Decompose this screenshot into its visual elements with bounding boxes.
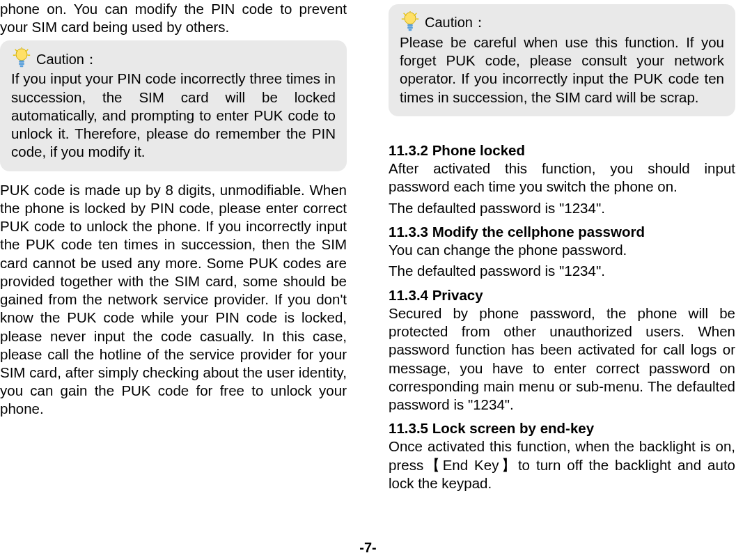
caution-text-left: If you input your PIN code incorrectly t… <box>11 70 336 161</box>
heading-lock-screen: 11.3.5 Lock screen by end-key <box>389 419 735 437</box>
para-lock-screen-1: Once activated this function, when the b… <box>389 437 735 492</box>
svg-rect-2 <box>19 63 24 65</box>
para-modify-password-2: The defaulted password is "1234". <box>389 262 735 280</box>
caution-text-right: Please be careful when use this function… <box>400 33 724 107</box>
heading-phone-locked: 11.3.2 Phone locked <box>389 141 735 160</box>
para-phone-locked-2: The defaulted password is "1234". <box>389 199 735 217</box>
svg-rect-6 <box>407 26 413 29</box>
left-column: phone on. You can modify the PIN code to… <box>0 0 347 495</box>
heading-modify-password: 11.3.3 Modify the cellphone password <box>389 223 735 241</box>
svg-rect-1 <box>19 61 24 63</box>
svg-point-4 <box>405 13 416 24</box>
para-modify-password-1: You can change the phone password. <box>389 241 735 259</box>
right-column: Caution： Please be careful when use this… <box>389 0 735 495</box>
caution-label-left: Caution： <box>36 51 98 69</box>
svg-rect-7 <box>409 29 412 31</box>
lightbulb-icon <box>11 47 32 68</box>
intro-paragraph: phone on. You can modify the PIN code to… <box>0 0 347 36</box>
svg-point-0 <box>16 49 27 61</box>
para-privacy-1: Secured by phone password, the phone wil… <box>389 304 735 414</box>
lightbulb-icon <box>400 11 421 32</box>
svg-rect-3 <box>20 65 24 67</box>
caution-label-right: Caution： <box>425 14 487 32</box>
svg-rect-5 <box>407 24 413 26</box>
puk-paragraph: PUK code is made up by 8 digits, unmodif… <box>0 181 347 419</box>
caution-box-left: Caution： If you input your PIN code inco… <box>0 40 347 171</box>
page-number: -7- <box>0 540 736 556</box>
para-phone-locked-1: After activated this function, you shoul… <box>389 160 735 196</box>
heading-privacy: 11.3.4 Privacy <box>389 286 735 304</box>
caution-box-right: Caution： Please be careful when use this… <box>389 4 735 116</box>
